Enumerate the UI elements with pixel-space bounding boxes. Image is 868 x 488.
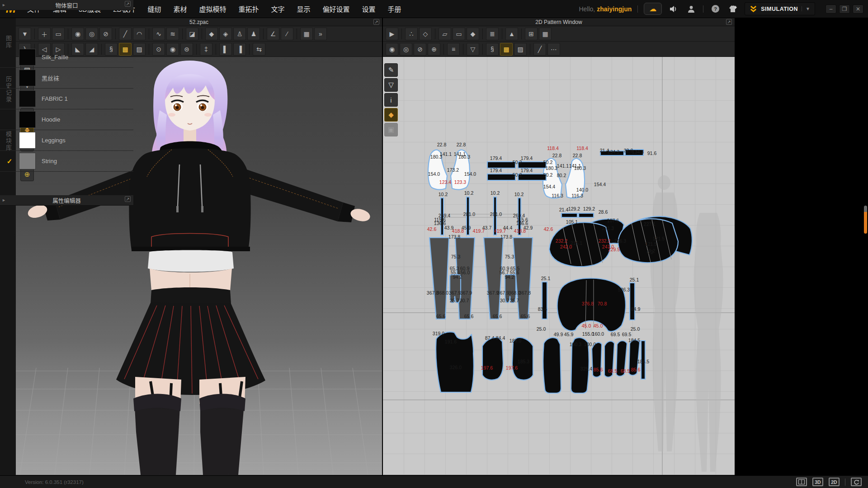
mesh-pattern-icon[interactable]: ▨: [514, 43, 527, 56]
cloud-sync-button[interactable]: ☁: [644, 3, 662, 15]
lock-pattern-icon[interactable]: ▣: [384, 123, 398, 136]
pattern-piece[interactable]: [487, 174, 515, 180]
menu-item-7[interactable]: 重拓扑: [238, 4, 259, 14]
show-garment-2d-icon[interactable]: ▽: [384, 78, 398, 92]
pattern-piece[interactable]: [579, 213, 594, 217]
pattern-on-avatar-icon[interactable]: ▲: [505, 28, 518, 40]
pin-search-icon[interactable]: ⊕: [428, 43, 440, 56]
popout-icon[interactable]: ↗: [726, 19, 732, 25]
view-3d-button[interactable]: 3D: [812, 478, 823, 486]
minimize-button[interactable]: –: [826, 5, 836, 14]
mesh-surface-icon[interactable]: ▨: [133, 43, 146, 56]
sew-free-icon[interactable]: ≋: [166, 28, 179, 40]
pattern-piece[interactable]: [630, 283, 635, 320]
button-tool-icon[interactable]: ⊙: [152, 43, 165, 56]
fabric-swatch[interactable]: [19, 111, 36, 128]
show-fabric-2d-icon[interactable]: ◆: [384, 108, 398, 122]
reset-arrangement-icon[interactable]: ◈: [219, 28, 232, 40]
pattern-2d-canvas[interactable]: 22.822.8141.1141.1180.3180.3173.2154.015…: [383, 57, 735, 475]
menu-item-12[interactable]: 手册: [388, 4, 401, 14]
fabric-swatch[interactable]: [19, 132, 36, 149]
sew-segment-icon[interactable]: ∿: [152, 28, 165, 40]
grid-icon[interactable]: ▦: [300, 28, 313, 40]
fabric-row-String[interactable]: ✓String: [0, 151, 133, 172]
zipper-icon[interactable]: ‡: [200, 43, 212, 56]
simulation-mode-button[interactable]: SIMULATION ▼: [745, 2, 815, 15]
sound-button[interactable]: [668, 3, 679, 15]
split-view-button[interactable]: [796, 478, 807, 486]
arrange-points-icon[interactable]: ♙: [233, 28, 246, 40]
panel-scrollbar[interactable]: [864, 206, 867, 234]
property-editor-header[interactable]: ► 属性编辑器 ↗: [0, 195, 133, 206]
curve-pin-icon[interactable]: ◠: [133, 28, 146, 40]
add-point-icon[interactable]: ▱: [439, 28, 451, 40]
avatar-fit-icon[interactable]: ♟: [247, 28, 260, 40]
fabric-row-Leggings[interactable]: Leggings: [0, 130, 133, 151]
pattern-piece[interactable]: [542, 282, 547, 319]
pattern-piece[interactable]: [482, 338, 503, 380]
menu-item-11[interactable]: 设置: [362, 4, 376, 14]
menu-item-4[interactable]: 缝纫: [147, 4, 161, 14]
grid-large-icon[interactable]: ▦: [539, 28, 552, 40]
fold-arrangement-icon[interactable]: ◆: [205, 28, 218, 40]
transform-pattern-icon[interactable]: ▶: [386, 28, 398, 40]
pin-segment-icon[interactable]: ◎: [85, 28, 98, 40]
pattern-piece[interactable]: [429, 238, 449, 319]
help-button[interactable]: ?: [709, 3, 721, 15]
remove-pin-2d-icon[interactable]: ⊘: [414, 43, 426, 56]
popout-icon[interactable]: ↗: [373, 19, 379, 25]
grid-small-icon[interactable]: ⊞: [525, 28, 538, 40]
pattern-piece[interactable]: [561, 213, 577, 217]
fabric-row-Silk_Faille[interactable]: Silk_Faille: [0, 47, 133, 68]
pin-sew-icon[interactable]: §: [486, 43, 499, 56]
flip-normal-icon[interactable]: ◪: [186, 28, 198, 40]
pattern-2d-titlebar[interactable]: 2D Pattern Window ↗: [383, 18, 735, 26]
simulate-icon[interactable]: ▼: [19, 28, 31, 40]
pin-segment-2d-icon[interactable]: ◎: [400, 43, 412, 56]
buttonhole-tool-icon[interactable]: ◉: [166, 43, 179, 56]
dart-icon[interactable]: ◆: [467, 28, 479, 40]
stitch-measure-icon[interactable]: ⋯: [547, 43, 560, 56]
menu-item-6[interactable]: 虚拟模特: [199, 4, 226, 14]
pattern-piece[interactable]: [543, 338, 561, 393]
show-sewing-2d-icon[interactable]: ✎: [384, 63, 398, 77]
select-move-icon[interactable]: ＋: [38, 28, 51, 40]
pin-2d-icon[interactable]: ◉: [386, 43, 398, 56]
fabric-row-FABRIC 1[interactable]: FABRIC 1: [0, 89, 133, 109]
pattern-piece[interactable]: [487, 162, 515, 168]
select-box-icon[interactable]: ▭: [52, 28, 65, 40]
stitch-line-icon[interactable]: ╱: [533, 43, 546, 56]
edit-pattern-icon[interactable]: ∴: [405, 28, 418, 40]
iron-icon[interactable]: ≡: [447, 43, 460, 56]
close-button[interactable]: ✕: [853, 5, 863, 14]
remove-pin-icon[interactable]: ⊘: [99, 28, 112, 40]
tape-measure-icon[interactable]: ∠: [267, 28, 279, 40]
garment-2d-icon[interactable]: ▽: [467, 43, 479, 56]
seam-allowance-icon[interactable]: ≣: [486, 28, 499, 40]
fabric-swatch[interactable]: [19, 49, 36, 66]
chevron-down-icon[interactable]: ▼: [802, 6, 810, 11]
more-icon[interactable]: »: [314, 28, 327, 40]
menu-item-8[interactable]: 文字: [271, 4, 284, 14]
fabric-swatch[interactable]: [19, 153, 36, 169]
pattern-piece[interactable]: [518, 174, 546, 180]
fabric-row-Hoodie[interactable]: Hoodie: [0, 109, 133, 130]
collapse-arrow-icon[interactable]: ►: [2, 3, 6, 7]
sync-button[interactable]: [851, 478, 862, 486]
menu-item-10[interactable]: 偏好设置: [323, 4, 350, 14]
menu-item-9[interactable]: 显示: [297, 4, 310, 14]
fabric-row-黑丝袜[interactable]: 黑丝袜: [0, 68, 133, 89]
light-right-icon[interactable]: ▐: [233, 43, 246, 56]
fasten-button-icon[interactable]: ⊜: [180, 43, 193, 56]
edit-curvature-icon[interactable]: ◇: [419, 28, 432, 40]
account-button[interactable]: [685, 3, 697, 15]
collapse-arrow-icon[interactable]: ►: [2, 198, 6, 202]
show-info-2d-icon[interactable]: i: [384, 93, 398, 107]
add-garment-button[interactable]: [727, 3, 739, 15]
pleats-icon[interactable]: ⇆: [253, 43, 265, 56]
light-left-icon[interactable]: ▌: [219, 43, 232, 56]
ruler-icon[interactable]: ⁄: [281, 28, 293, 40]
textured-pattern-icon[interactable]: ▩: [500, 43, 513, 56]
pattern-piece[interactable]: [484, 238, 503, 319]
pin-icon[interactable]: ◉: [71, 28, 84, 40]
